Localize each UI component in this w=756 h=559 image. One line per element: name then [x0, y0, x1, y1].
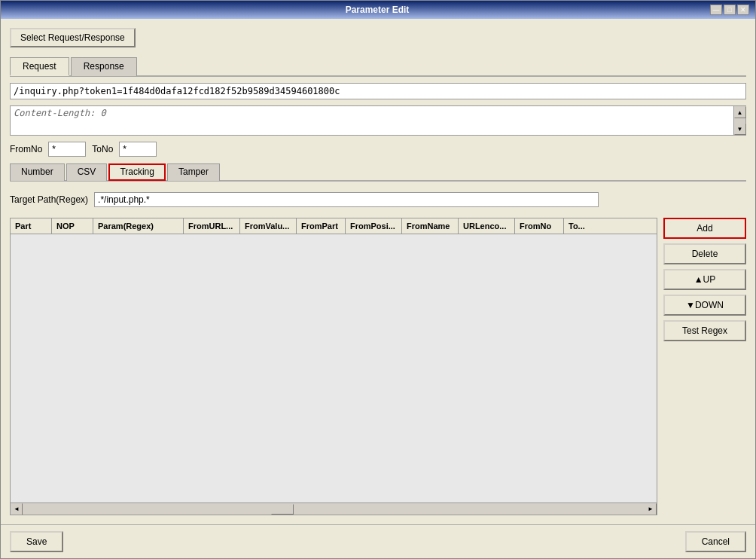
horizontal-scrollbar: ◄ ► [11, 502, 657, 515]
to-no-input[interactable] [119, 142, 157, 157]
url-input[interactable] [10, 83, 746, 99]
col-from-part: FromPart [297, 218, 346, 234]
col-param: Param(Regex) [93, 218, 184, 234]
from-no-label: FromNo [10, 144, 42, 154]
scroll-left-button[interactable]: ◄ [11, 503, 23, 515]
tab-response[interactable]: Response [71, 57, 137, 76]
delete-button[interactable]: Delete [663, 243, 746, 264]
scroll-down-button[interactable]: ▼ [734, 123, 746, 135]
window: Parameter Edit — □ ✕ Select Request/Resp… [0, 0, 756, 559]
add-button[interactable]: Add [663, 218, 746, 239]
main-area: Part NOP Param(Regex) FromURL... FromVal… [10, 218, 746, 515]
scroll-thumb[interactable] [271, 504, 294, 515]
bottom-bar: Save Cancel [1, 524, 755, 558]
col-nop: NOP [52, 218, 93, 234]
target-path-row: Target Path(Regex) [10, 192, 746, 207]
content-textarea[interactable]: Content-Length: 0 [11, 106, 733, 135]
col-from-no: FromNo [515, 218, 564, 234]
save-button[interactable]: Save [10, 531, 63, 552]
table-body [11, 234, 657, 502]
window-controls: — □ ✕ [710, 5, 749, 15]
select-request-response-button[interactable]: Select Request/Response [10, 28, 136, 47]
down-button[interactable]: ▼DOWN [663, 295, 746, 316]
textarea-container: Content-Length: 0 ▲ ▼ [10, 105, 746, 136]
target-path-label: Target Path(Regex) [10, 194, 88, 205]
minimize-button[interactable]: — [710, 5, 722, 15]
col-from-value: FromValu... [240, 218, 297, 234]
window-content: Select Request/Response Request Response… [1, 19, 755, 524]
title-bar: Parameter Edit — □ ✕ [1, 1, 755, 19]
maximize-button[interactable]: □ [724, 5, 736, 15]
table-header: Part NOP Param(Regex) FromURL... FromVal… [11, 218, 657, 234]
test-regex-button[interactable]: Test Regex [663, 320, 746, 341]
tab-tracking[interactable]: Tracking [108, 163, 166, 181]
to-no-label: ToNo [92, 144, 113, 154]
scroll-up-button[interactable]: ▲ [734, 106, 746, 118]
from-no-input[interactable] [48, 142, 86, 157]
col-from-name: FromName [402, 218, 459, 234]
col-part: Part [11, 218, 52, 234]
tab-number[interactable]: Number [10, 163, 65, 181]
up-button[interactable]: ▲UP [663, 269, 746, 290]
tab-csv[interactable]: CSV [66, 163, 108, 181]
col-to: To... [564, 218, 594, 234]
cancel-button[interactable]: Cancel [685, 531, 746, 552]
col-from-posi: FromPosi... [346, 218, 402, 234]
target-path-input[interactable] [94, 192, 599, 207]
col-urlenco: URLenco... [459, 218, 515, 234]
tab-tamper[interactable]: Tamper [167, 163, 220, 181]
tab-request[interactable]: Request [10, 57, 69, 76]
sub-tab-bar: Number CSV Tracking Tamper [10, 163, 746, 182]
window-title: Parameter Edit [44, 5, 710, 15]
close-button[interactable]: ✕ [737, 5, 749, 15]
vertical-scrollbar: ▲ ▼ [733, 106, 745, 135]
col-from-url: FromURL... [184, 218, 240, 234]
scroll-right-button[interactable]: ► [645, 503, 657, 515]
table-container: Part NOP Param(Regex) FromURL... FromVal… [10, 218, 657, 515]
action-buttons: Add Delete ▲UP ▼DOWN Test Regex [663, 218, 746, 515]
scroll-track[interactable] [23, 503, 645, 515]
request-tab-bar: Request Response [10, 57, 746, 77]
from-to-row: FromNo ToNo [10, 142, 746, 157]
